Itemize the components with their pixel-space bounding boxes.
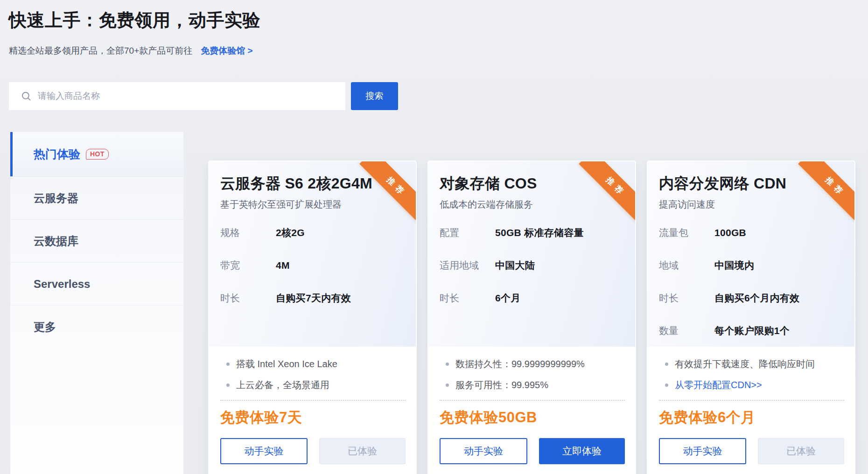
spec-label: 时长 [440, 292, 495, 305]
cdn-config-guide-link[interactable]: 从零开始配置CDN>> [675, 379, 762, 391]
card-actions: 动手实验 已体验 [220, 438, 406, 464]
already-tried-button[interactable]: 已体验 [319, 438, 406, 464]
spec-value: 每个账户限购1个 [714, 324, 790, 337]
sidebar-item-cloud-server[interactable]: 云服务器 [10, 176, 183, 219]
spec-label: 配置 [440, 226, 495, 239]
page-title: 快速上手：免费领用，动手实验 [9, 8, 260, 32]
card-body: 有效提升下载速度、降低响应时间 从零开始配置CDN>> 免费体验6个月 动手实验… [648, 347, 854, 474]
sidebar-item-label: 更多 [34, 320, 56, 335]
spec-label: 时长 [659, 292, 714, 305]
dotted-divider [440, 400, 625, 401]
hands-on-lab-button[interactable]: 动手实验 [220, 438, 308, 464]
search-box [9, 82, 345, 110]
card-body: 数据持久性：99.9999999999% 服务可用性：99.995% 免费体验5… [428, 347, 635, 474]
bullet-dot-icon [226, 362, 230, 366]
free-experience-hall-link[interactable]: 免费体验馆 > [201, 45, 252, 57]
spec-row: 规格 2核2G [220, 226, 406, 239]
already-tried-button[interactable]: 已体验 [758, 438, 844, 464]
free-offer-label: 免费体验7天 [220, 408, 406, 427]
sidebar-item-label: Serverless [34, 278, 90, 291]
spec-value: 自购买6个月内有效 [714, 292, 799, 305]
product-card-cvm: 推荐 云服务器 S6 2核2G4M 基于英特尔至强可扩展处理器 规格 2核2G … [208, 160, 417, 474]
spec-label: 适用地域 [440, 259, 495, 272]
bullet-text: 上云必备，全场景通用 [236, 379, 329, 391]
product-card-cdn: 推荐 内容分发网络 CDN 提高访问速度 流量包 100GB 地域 中国境内 时… [647, 160, 855, 474]
spec-label: 规格 [220, 226, 276, 239]
page-subtitle-row: 精选全站最多领用产品，全部70+款产品可前往 免费体验馆 > [9, 45, 253, 57]
sidebar-item-serverless[interactable]: Serverless [10, 262, 183, 305]
bullet-dot-icon [226, 383, 230, 387]
spec-label: 时长 [220, 292, 276, 305]
free-offer-label: 免费体验6个月 [659, 408, 844, 427]
card-subtitle: 提高访问速度 [659, 198, 844, 211]
spec-row: 时长 自购买6个月内有效 [659, 292, 844, 305]
spec-value: 中国境内 [714, 259, 754, 272]
spec-row: 流量包 100GB [659, 226, 844, 239]
sidebar: 热门体验 HOT 云服务器 云数据库 Serverless 更多 [10, 132, 183, 474]
spec-row: 带宽 4M [220, 259, 406, 272]
dotted-divider [220, 400, 406, 401]
product-card-cos: 推荐 对象存储 COS 低成本的云端存储服务 配置 50GB 标准存储容量 适用… [427, 160, 636, 474]
spec-row: 地域 中国境内 [659, 259, 844, 272]
bullet-text: 服务可用性：99.995% [455, 379, 548, 391]
spec-label: 地域 [659, 259, 714, 272]
card-actions: 动手实验 立即体验 [440, 438, 625, 464]
spec-list: 流量包 100GB 地域 中国境内 时长 自购买6个月内有效 数量 每个账户限购… [659, 226, 844, 337]
hands-on-lab-button[interactable]: 动手实验 [440, 438, 527, 464]
bullet-dot-icon [665, 383, 668, 387]
sidebar-item-hot-experience[interactable]: 热门体验 HOT [10, 132, 183, 176]
page-subtitle: 精选全站最多领用产品，全部70+款产品可前往 [9, 45, 192, 57]
card-subtitle: 低成本的云端存储服务 [440, 198, 625, 211]
spec-list: 规格 2核2G 带宽 4M 时长 自购买7天内有效 [220, 226, 406, 305]
spec-value: 2核2G [276, 226, 305, 239]
sidebar-item-label: 云服务器 [34, 191, 78, 206]
bullet-dot-icon [665, 362, 668, 366]
product-card-list: 推荐 云服务器 S6 2核2G4M 基于英特尔至强可扩展处理器 规格 2核2G … [208, 160, 855, 474]
bullet-text: 数据持久性：99.9999999999% [455, 358, 585, 370]
spec-row: 适用地域 中国大陆 [440, 259, 625, 272]
hands-on-lab-button[interactable]: 动手实验 [659, 438, 746, 464]
feature-bullet: 搭载 Intel Xeon Ice Lake [220, 358, 406, 370]
bullet-text: 搭载 Intel Xeon Ice Lake [236, 358, 337, 370]
spec-label: 流量包 [659, 226, 714, 239]
spec-label: 数量 [659, 324, 714, 337]
sidebar-item-label: 云数据库 [34, 234, 78, 249]
card-subtitle: 基于英特尔至强可扩展处理器 [220, 198, 406, 211]
spec-value: 自购买7天内有效 [276, 292, 351, 305]
sidebar-item-cloud-database[interactable]: 云数据库 [10, 219, 183, 262]
dotted-divider [659, 400, 844, 401]
card-actions: 动手实验 已体验 [659, 438, 844, 464]
spec-row: 配置 50GB 标准存储容量 [440, 226, 625, 239]
spec-value: 中国大陆 [495, 259, 535, 272]
feature-bullet: 有效提升下载速度、降低响应时间 [659, 358, 844, 370]
spec-value: 4M [276, 259, 290, 272]
feature-bullet: 上云必备，全场景通用 [220, 379, 406, 391]
spec-row: 时长 自购买7天内有效 [220, 292, 406, 305]
spec-value: 6个月 [495, 292, 521, 305]
try-now-button[interactable]: 立即体验 [539, 438, 625, 464]
spec-list: 配置 50GB 标准存储容量 适用地域 中国大陆 时长 6个月 [440, 226, 625, 305]
search-input[interactable] [38, 91, 336, 101]
search-button[interactable]: 搜索 [351, 82, 398, 110]
search-row: 搜索 [9, 82, 398, 110]
free-offer-label: 免费体验50GB [440, 408, 625, 427]
spec-value: 100GB [714, 226, 746, 239]
spec-value: 50GB 标准存储容量 [495, 226, 584, 239]
bullet-dot-icon [446, 383, 449, 387]
card-body: 搭载 Intel Xeon Ice Lake 上云必备，全场景通用 免费体验7天… [209, 347, 416, 474]
search-icon [21, 91, 31, 101]
feature-bullet: 数据持久性：99.9999999999% [440, 358, 625, 370]
feature-bullet: 服务可用性：99.995% [440, 379, 625, 391]
hot-badge: HOT [86, 149, 109, 160]
bullet-text: 有效提升下载速度、降低响应时间 [675, 358, 815, 370]
spec-row: 数量 每个账户限购1个 [659, 324, 844, 337]
sidebar-item-label: 热门体验 [34, 146, 80, 162]
spec-label: 带宽 [220, 259, 276, 272]
bullet-dot-icon [446, 362, 449, 366]
sidebar-item-more[interactable]: 更多 [10, 305, 183, 348]
feature-bullet: 从零开始配置CDN>> [659, 379, 844, 391]
spec-row: 时长 6个月 [440, 292, 625, 305]
